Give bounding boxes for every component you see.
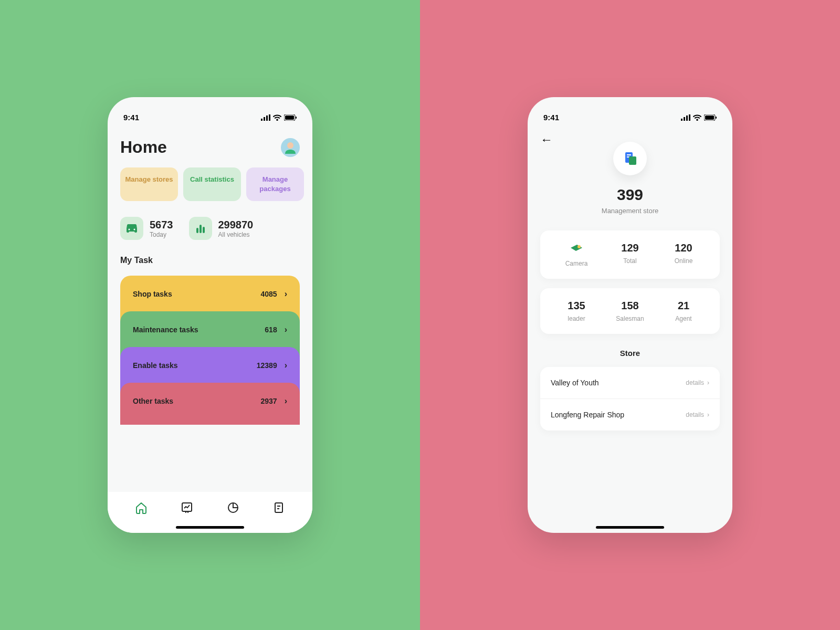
wifi-icon — [273, 114, 281, 121]
stat-today-label: Today — [150, 231, 173, 238]
svg-rect-0 — [261, 119, 262, 121]
svg-rect-16 — [684, 117, 685, 121]
signal-icon — [681, 114, 690, 121]
store-count: 399 — [617, 186, 643, 204]
svg-rect-10 — [200, 225, 202, 233]
leader-col[interactable]: 135 leader — [550, 300, 603, 322]
stat-all-vehicles[interactable]: 299870 All vehicles — [189, 217, 254, 240]
camera-label: Camera — [550, 260, 603, 267]
task-maintenance-name: Maintenance tasks — [133, 326, 198, 334]
svg-point-26 — [578, 245, 581, 248]
svg-rect-25 — [629, 156, 636, 165]
tab-doc[interactable] — [271, 500, 286, 515]
signal-icon — [261, 114, 270, 121]
stat-today-value: 5673 — [150, 219, 173, 231]
salesman-col[interactable]: 158 Salesman — [603, 300, 657, 322]
svg-rect-9 — [196, 228, 198, 233]
svg-rect-6 — [296, 117, 297, 119]
task-other-count: 2937 — [261, 397, 277, 405]
chevron-right-icon: › — [285, 396, 287, 406]
salesman-value: 158 — [603, 300, 657, 312]
svg-rect-14 — [275, 503, 282, 512]
status-time: 9:41 — [123, 113, 139, 122]
store-list: Valley of Youth details› Longfeng Repair… — [540, 367, 720, 430]
home-indicator[interactable] — [596, 526, 664, 529]
total-col[interactable]: 129 Total — [603, 242, 657, 267]
agent-col[interactable]: 21 Agent — [657, 300, 710, 322]
svg-rect-15 — [681, 119, 682, 121]
page-title: Home — [120, 138, 167, 157]
wifi-icon — [693, 114, 701, 121]
status-bar: 9:41 — [108, 108, 312, 132]
tab-analytics[interactable] — [180, 500, 194, 515]
chart-bar-icon — [189, 217, 212, 240]
leader-value: 135 — [550, 300, 603, 312]
svg-rect-5 — [285, 116, 294, 120]
salesman-label: Salesman — [603, 315, 657, 322]
online-value: 120 — [657, 242, 710, 254]
chip-call-statistics[interactable]: Call statistics — [183, 167, 241, 201]
chevron-right-icon: › — [285, 361, 287, 370]
svg-rect-23 — [627, 154, 631, 155]
task-maintenance-count: 618 — [265, 326, 277, 334]
chevron-right-icon: › — [285, 289, 287, 299]
status-icons — [681, 114, 717, 121]
chip-manage-packages[interactable]: Manage packages — [246, 167, 304, 201]
store-item-name: Valley of Youth — [551, 379, 599, 387]
svg-rect-11 — [203, 227, 205, 233]
chip-manage-stores[interactable]: Manage stores — [120, 167, 178, 201]
status-bar: 9:41 — [528, 108, 732, 132]
leader-label: leader — [550, 315, 603, 322]
status-icons — [261, 114, 297, 121]
battery-icon — [284, 114, 297, 121]
svg-rect-18 — [689, 114, 690, 121]
task-other[interactable]: Other tasks 2937› — [120, 383, 300, 425]
store-item-action: details — [686, 411, 704, 418]
svg-rect-2 — [266, 116, 268, 121]
total-label: Total — [603, 257, 657, 265]
phone-home: 9:41 Home Manage stores Call statistics … — [108, 97, 312, 533]
status-time: 9:41 — [543, 113, 559, 122]
task-shop-name: Shop tasks — [133, 290, 172, 298]
agent-label: Agent — [657, 315, 710, 322]
camera-card: Camera 129 Total 120 Online — [540, 230, 720, 279]
phone-store: 9:41 ← 399 Management store Camera — [528, 97, 732, 533]
svg-rect-3 — [269, 114, 270, 121]
chevron-right-icon: › — [707, 411, 709, 418]
car-icon — [120, 217, 143, 240]
chevron-right-icon: › — [285, 325, 287, 334]
svg-point-7 — [129, 229, 130, 230]
stat-all-label: All vehicles — [218, 231, 254, 238]
svg-rect-20 — [705, 116, 714, 120]
svg-point-8 — [134, 229, 135, 230]
doc-icon — [613, 142, 647, 175]
agent-value: 21 — [657, 300, 710, 312]
store-section-title: Store — [528, 343, 732, 367]
store-item-name: Longfeng Repair Shop — [551, 411, 624, 419]
home-indicator[interactable] — [176, 526, 244, 529]
battery-icon — [704, 114, 717, 121]
task-shop-count: 4085 — [261, 290, 277, 298]
online-col[interactable]: 120 Online — [657, 242, 710, 267]
store-item-valley[interactable]: Valley of Youth details› — [540, 367, 720, 399]
tasks-title: My Task — [108, 256, 312, 276]
svg-rect-17 — [686, 116, 688, 121]
camera-col[interactable]: Camera — [550, 242, 603, 267]
online-label: Online — [657, 257, 710, 265]
camera-icon — [569, 242, 584, 257]
stat-all-value: 299870 — [218, 219, 254, 231]
store-item-action: details — [686, 379, 704, 386]
svg-rect-21 — [716, 117, 717, 119]
avatar[interactable] — [281, 138, 300, 157]
store-count-label: Management store — [602, 207, 658, 215]
store-item-longfeng[interactable]: Longfeng Repair Shop details› — [540, 399, 720, 430]
chevron-right-icon: › — [707, 379, 709, 386]
task-other-name: Other tasks — [133, 397, 173, 405]
stat-today[interactable]: 5673 Today — [120, 217, 173, 240]
tab-pie[interactable] — [226, 500, 240, 515]
task-enable-name: Enable tasks — [133, 361, 178, 370]
task-enable-count: 12389 — [257, 361, 277, 370]
chip-row: Manage stores Call statistics Manage pac… — [108, 167, 312, 217]
staff-card: 135 leader 158 Salesman 21 Agent — [540, 288, 720, 334]
tab-home[interactable] — [134, 500, 149, 515]
